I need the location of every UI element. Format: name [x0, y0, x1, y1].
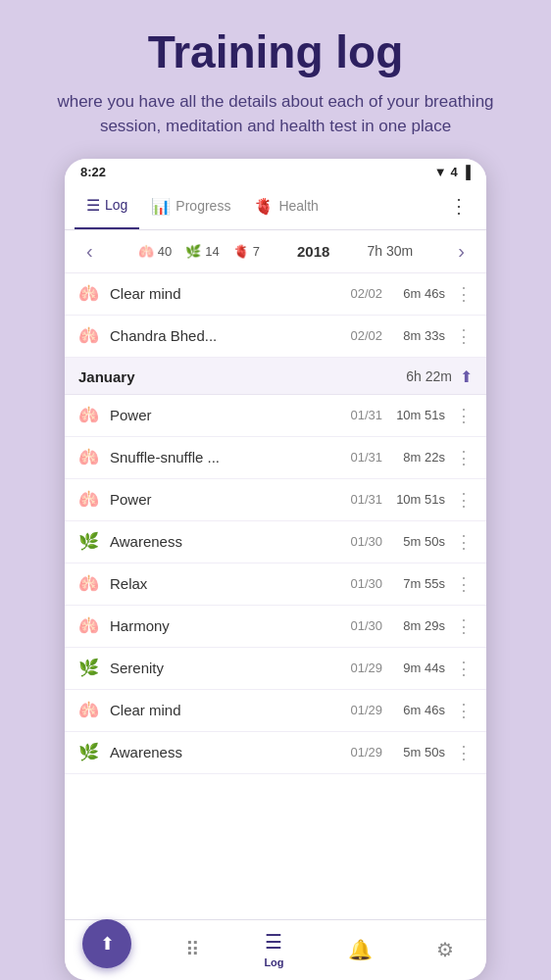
session-type-icon: 🫁 — [78, 447, 106, 467]
stat-health: 🫀 7 — [233, 244, 260, 259]
log-nav-label: Log — [264, 956, 283, 968]
bottom-tab-log[interactable]: ☰ Log — [250, 928, 297, 970]
session-menu-button[interactable]: ⋮ — [455, 405, 473, 426]
session-row: 🫁 Snuffle-snuffle ... 01/31 8m 22s ⋮ — [65, 437, 486, 479]
session-type-icon: 🫁 — [78, 489, 106, 510]
session-date: 01/30 — [350, 576, 382, 591]
session-name: Harmony — [110, 617, 350, 634]
session-name: Awareness — [110, 744, 350, 760]
month-name: January — [78, 368, 135, 385]
session-type-icon: 🌿 — [78, 658, 106, 678]
share-button[interactable]: ⬆ — [460, 368, 473, 386]
session-list: 🫁 Clear mind 02/02 6m 46s ⋮ 🫁 Chandra Bh… — [65, 273, 486, 919]
meditation-stat-icon: 🌿 — [185, 244, 201, 259]
hero-section: Training log where you have all the deta… — [0, 0, 551, 159]
log-nav-icon: ☰ — [265, 930, 282, 954]
month-stats: 6h 22m ⬆ — [406, 368, 473, 386]
meditation-stat-value: 14 — [205, 244, 219, 259]
session-duration: 10m 51s — [394, 492, 445, 507]
session-date: 01/31 — [350, 450, 382, 465]
session-menu-button[interactable]: ⋮ — [455, 447, 473, 468]
session-menu-button[interactable]: ⋮ — [455, 700, 473, 721]
session-date: 01/29 — [350, 703, 382, 717]
session-row: 🌿 Serenity 01/29 9m 44s ⋮ — [65, 648, 486, 690]
year-row: ‹ 🫁 40 🌿 14 🫀 7 2018 7h 30m › — [65, 230, 486, 273]
share-fab-button[interactable]: ⬆ — [82, 919, 131, 968]
tab-progress-label: Progress — [175, 198, 230, 214]
next-year-button[interactable]: › — [450, 238, 473, 265]
session-menu-button[interactable]: ⋮ — [455, 658, 473, 679]
session-row: 🫁 Harmony 01/30 8m 29s ⋮ — [65, 606, 486, 648]
session-duration: 6m 46s — [394, 286, 445, 301]
session-date: 01/29 — [350, 661, 382, 675]
session-menu-button[interactable]: ⋮ — [455, 283, 473, 305]
tab-log-label: Log — [105, 197, 127, 213]
session-type-icon: 🫁 — [78, 405, 106, 425]
session-row: 🫁 Relax 01/30 7m 55s ⋮ — [65, 564, 486, 606]
bottom-nav: ⬆ 🫁 ⠿ ☰ Log 🔔 ⚙ — [65, 919, 486, 980]
sliders-nav-icon: ⚙ — [436, 938, 454, 961]
status-icons: ▼ 4 ▐ — [434, 165, 471, 179]
status-bar: 8:22 ▼ 4 ▐ — [65, 159, 486, 183]
more-menu-button[interactable]: ⋮ — [441, 194, 476, 218]
bottom-tab-bell[interactable]: 🔔 — [334, 936, 386, 963]
tab-progress[interactable]: 📊 Progress — [139, 183, 242, 229]
session-menu-button[interactable]: ⋮ — [455, 325, 473, 347]
session-name: Clear mind — [110, 285, 350, 302]
hero-title: Training log — [39, 27, 512, 77]
session-duration: 8m 22s — [394, 450, 445, 465]
session-name: Power — [110, 491, 350, 508]
year-total-time: 7h 30m — [368, 243, 414, 259]
log-tab-icon: ☰ — [86, 196, 100, 215]
session-type-icon: 🫁 — [78, 573, 106, 594]
tab-log[interactable]: ☰ Log — [75, 183, 139, 229]
bottom-tab-graph[interactable]: ⠿ — [172, 936, 214, 963]
stat-meditation: 🌿 14 — [185, 244, 219, 259]
tab-health-label: Health — [278, 198, 318, 214]
tab-health[interactable]: 🫀 Health — [242, 183, 329, 229]
session-menu-button[interactable]: ⋮ — [455, 489, 473, 511]
session-duration: 6m 46s — [394, 703, 445, 717]
session-type-icon: 🫁 — [78, 283, 106, 304]
session-row: 🌿 Awareness 01/29 5m 50s ⋮ — [65, 732, 486, 774]
session-duration: 8m 29s — [394, 618, 445, 633]
session-menu-button[interactable]: ⋮ — [455, 615, 473, 637]
session-date: 01/31 — [350, 492, 382, 507]
session-type-icon: 🌿 — [78, 742, 106, 762]
breathing-stat-icon: 🫁 — [138, 244, 154, 259]
session-duration: 7m 55s — [394, 576, 445, 591]
progress-tab-icon: 📊 — [151, 197, 171, 216]
wifi-icon: ▼ — [434, 165, 447, 179]
session-date: 01/31 — [350, 408, 382, 422]
signal-icon: 4 — [451, 165, 458, 179]
session-type-icon: 🫁 — [78, 615, 106, 636]
session-menu-button[interactable]: ⋮ — [455, 742, 473, 763]
session-row: 🫁 Clear mind 01/29 6m 46s ⋮ — [65, 690, 486, 732]
hero-subtitle: where you have all the details about eac… — [39, 89, 512, 139]
health-stat-icon: 🫀 — [233, 244, 249, 259]
session-date: 01/29 — [350, 745, 382, 760]
bottom-tab-settings[interactable]: ⚙ — [423, 936, 468, 963]
session-menu-button[interactable]: ⋮ — [455, 531, 473, 553]
session-name: Clear mind — [110, 702, 350, 718]
prev-year-button[interactable]: ‹ — [78, 238, 101, 265]
health-stat-value: 7 — [253, 244, 260, 259]
session-menu-button[interactable]: ⋮ — [455, 573, 473, 595]
session-date: 01/30 — [350, 534, 382, 549]
share-fab-icon: ⬆ — [100, 933, 115, 955]
graph-nav-icon: ⠿ — [185, 938, 200, 961]
session-duration: 8m 33s — [394, 328, 445, 343]
session-name: Awareness — [110, 533, 350, 550]
bell-nav-icon: 🔔 — [348, 938, 373, 961]
status-time: 8:22 — [80, 165, 106, 179]
month-total-time: 6h 22m — [406, 368, 452, 384]
january-header: January 6h 22m ⬆ — [65, 358, 486, 395]
breathing-stat-value: 40 — [158, 244, 172, 259]
session-duration: 10m 51s — [394, 408, 445, 422]
session-type-icon: 🫁 — [78, 700, 106, 720]
health-tab-icon: 🫀 — [254, 197, 274, 216]
session-type-icon: 🫁 — [78, 325, 106, 346]
session-name: Relax — [110, 575, 350, 592]
session-duration: 5m 50s — [394, 534, 445, 549]
stat-breathing: 🫁 40 — [138, 244, 172, 259]
